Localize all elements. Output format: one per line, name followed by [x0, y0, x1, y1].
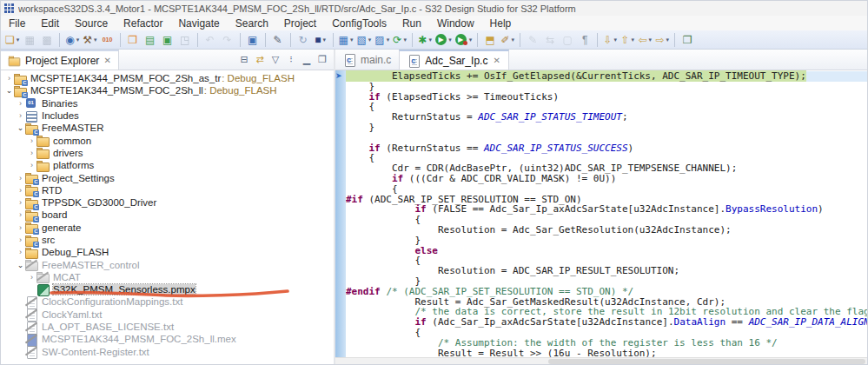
expand-icon[interactable]: › — [16, 198, 25, 207]
toolbar-separator — [197, 33, 198, 47]
expand-icon[interactable]: › — [16, 99, 25, 108]
expand-icon[interactable]: › — [27, 273, 36, 282]
expand-icon[interactable]: › — [16, 210, 25, 219]
debug-icon[interactable]: ✱▾ — [417, 32, 433, 48]
tree-item-common[interactable]: ›common — [1, 134, 334, 146]
expand-icon[interactable]: › — [16, 236, 25, 244]
config-tool-pins-icon[interactable]: ▦▾ — [338, 32, 354, 48]
code-editor[interactable]: ElapsedTicks += OsIf_GetElapsed(&Current… — [346, 70, 867, 357]
tree-item-sw-content-register-txt[interactable]: SW-Content-Register.txt — [1, 346, 334, 358]
restore-perspective-icon[interactable]: ↻ — [295, 32, 311, 48]
last-edit-location-icon[interactable]: ⇩▾ — [602, 32, 618, 48]
search-brush-icon[interactable]: ✐▾ — [500, 32, 515, 48]
tab-project-explorer[interactable]: Project Explorer ✕ — [1, 50, 119, 70]
terminal-icon[interactable]: ▣ — [245, 32, 261, 48]
open-perspective-icon[interactable]: ❐ — [679, 32, 695, 48]
tree-item-board[interactable]: ›Cboard — [1, 209, 334, 221]
annotation-ruler[interactable]: ➤ — [335, 70, 346, 357]
menu-help[interactable]: Help — [482, 17, 520, 30]
build-active-config-icon[interactable]: ◉▾ — [64, 32, 80, 48]
new-c-project-icon[interactable]: ❐ — [125, 32, 141, 48]
tree-item-la-opt-base-license-txt[interactable]: LA_OPT_BASE_LICENSE.txt — [1, 321, 334, 333]
tree-item-label: ClockConfigurationMappings.txt — [42, 296, 182, 307]
tree-item-src[interactable]: ›Csrc — [1, 234, 334, 246]
expand-icon[interactable]: › — [16, 223, 25, 232]
code-line: if (ReturnStatus == ADC_SAR_IP_STATUS_SU… — [346, 143, 867, 154]
tree-item-rtd[interactable]: ›CRTD — [1, 184, 334, 196]
tree-item-mcspte1ak344-pmsm-foc-2sh-ll[interactable]: ⌄CMCSPTE1AK344_PMSM_FOC_2Sh_ll: Debug_FL… — [1, 84, 334, 96]
redo-icon: ↷ — [220, 32, 235, 48]
collapse-icon[interactable]: ⌄ — [4, 86, 14, 95]
new-s32ds-project-icon[interactable]: ▤ — [142, 32, 158, 48]
expand-icon[interactable]: › — [16, 248, 25, 256]
build-all-icon[interactable]: ⚒▾ — [82, 32, 97, 48]
tree-item-s32k-pmsm-sensorless-pmpx[interactable]: S32K_PMSM_Sensorless.pmpx — [1, 283, 334, 295]
tree-item-freemaster[interactable]: ⌄CFreeMASTER — [1, 122, 334, 134]
tree-item-freemaster-control[interactable]: ⌄FreeMASTER_control — [1, 258, 334, 270]
maximize-icon[interactable]: ❐ — [315, 52, 330, 68]
tree-item-binaries[interactable]: ›Binaries — [1, 97, 334, 110]
expand-icon[interactable]: › — [4, 74, 14, 83]
tree-item-clockyaml-txt[interactable]: ClockYaml.txt — [1, 309, 334, 321]
tree-item-project-settings[interactable]: ›CProject_Settings — [1, 171, 334, 183]
new-from-example-icon[interactable]: ▣ — [160, 32, 176, 48]
horizontal-scrollbar[interactable] — [335, 357, 867, 364]
close-view-icon[interactable]: ✕ — [103, 56, 110, 65]
import-projects-icon[interactable]: ⬒ — [482, 32, 498, 48]
collapse-icon[interactable]: ⌄ — [16, 261, 25, 269]
menu-edit[interactable]: Edit — [33, 17, 67, 30]
menu-run[interactable]: Run — [394, 17, 429, 30]
tree-item-mcat[interactable]: ›MCAT — [1, 271, 334, 283]
editor-tab-adc-sar-ip-c[interactable]: cAdc_Sar_Ip.c✕ — [399, 50, 508, 70]
close-tab-icon[interactable]: ✕ — [493, 56, 500, 65]
forward-icon[interactable]: ⇨▾ — [654, 32, 670, 48]
collapse-all-icon[interactable]: ⊟ — [236, 52, 252, 68]
config-tool-peripherals-icon[interactable]: ▨▾ — [374, 32, 390, 48]
expand-icon[interactable]: › — [16, 174, 25, 182]
tree-item-drivers[interactable]: ›drivers — [1, 147, 334, 159]
collapse-icon[interactable]: ⌄ — [16, 123, 25, 132]
run-icon[interactable]: ▶▾ — [434, 32, 453, 48]
expand-icon[interactable]: › — [27, 149, 36, 157]
tree-item-debug-flash[interactable]: ›Debug_FLASH — [1, 246, 334, 258]
tree-item-tppsdk-gd3000-driver[interactable]: ›CTPPSDK_GD3000_Driver — [1, 196, 334, 209]
show-whitespace-icon[interactable]: ¶ — [577, 32, 593, 48]
expand-icon[interactable]: › — [27, 136, 36, 145]
tree-item-platforms[interactable]: ›platforms — [1, 159, 334, 171]
binary-010-icon[interactable]: 010 — [100, 32, 116, 48]
update-code-icon[interactable]: ⟳▾ — [392, 32, 407, 48]
expand-icon[interactable]: › — [16, 186, 25, 195]
expand-icon[interactable]: › — [27, 161, 36, 169]
filter-icon[interactable]: ▽ — [268, 52, 283, 68]
menu-refactor[interactable]: Refactor — [116, 17, 170, 30]
pin-editor-icon[interactable]: ✎ — [270, 32, 286, 48]
expand-icon[interactable]: › — [16, 111, 25, 120]
minimize-icon[interactable]: ▁ — [299, 52, 315, 68]
tree-item-mcspte1ak344-pmsm-foc-2sh-as-tr[interactable]: ›CMCSPTE1AK344_PMSM_FOC_2Sh_as_tr: Debug… — [1, 72, 334, 84]
project-explorer-tab-row: Project Explorer ✕ ⊟⇄▽⁝▁❐ — [1, 50, 334, 70]
view-menu-icon[interactable]: ⁝ — [283, 52, 299, 68]
tree-item-includes[interactable]: ›Includes — [1, 110, 334, 122]
menu-source[interactable]: Source — [67, 17, 116, 30]
editor-tab-main-c[interactable]: cmain.c — [335, 50, 399, 70]
horizontal-scrollbar-thumb[interactable] — [548, 359, 865, 364]
menu-configtools[interactable]: ConfigTools — [324, 17, 394, 30]
save-icon: ▦ — [22, 32, 37, 48]
tree-item-mcspte1ak344-pmsm-foc-2sh-ll-mex[interactable]: MCSPTE1AK344_PMSM_FOC_2Sh_ll.mex — [1, 333, 334, 345]
previous-edit-location-icon[interactable]: ⇧▾ — [620, 32, 635, 48]
link-with-editor-icon[interactable]: ⇄ — [252, 52, 268, 68]
menu-window[interactable]: Window — [429, 17, 482, 30]
menu-navigate[interactable]: Navigate — [170, 17, 227, 30]
tree-item-clockconfigurationmappings-txt[interactable]: ClockConfigurationMappings.txt — [1, 295, 334, 308]
profile-icon[interactable]: ▶▾ — [454, 32, 474, 48]
toolbar-separator — [597, 33, 598, 47]
new-wizard-icon[interactable]: ❏▾ — [4, 32, 20, 48]
menu-file[interactable]: File — [1, 17, 33, 30]
menu-project[interactable]: Project — [276, 17, 324, 30]
config-tool-clocks-icon[interactable]: ▧▾ — [355, 32, 372, 48]
back-icon[interactable]: ⇦▾ — [637, 32, 653, 48]
save-all-icon: ▩ — [39, 32, 55, 48]
tree-item-generate[interactable]: ›Cgenerate — [1, 222, 334, 234]
menu-search[interactable]: Search — [228, 17, 276, 30]
debug-perspective-icon[interactable]: ■▾ — [313, 32, 328, 48]
